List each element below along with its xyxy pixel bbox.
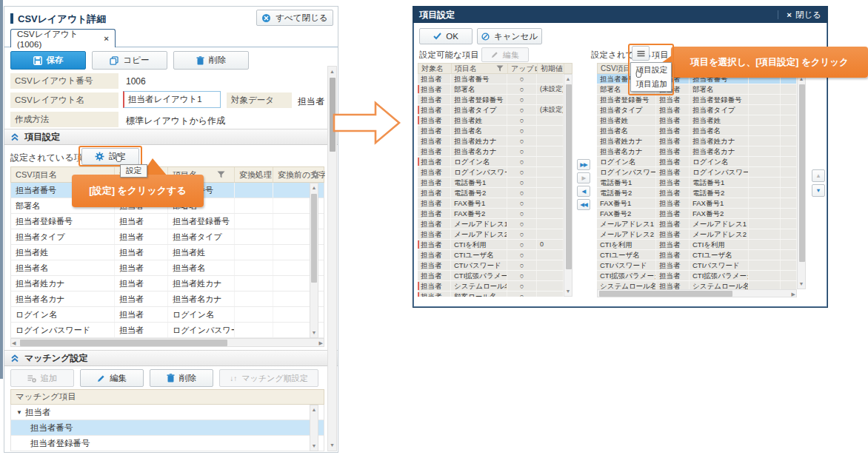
list-item[interactable]: 電話番号1担当者電話番号1 <box>597 178 797 188</box>
item-settings-section-header[interactable]: 項目設定 <box>4 129 338 145</box>
list-item[interactable]: 担当者CTIを利用○0 <box>418 240 564 250</box>
tab-close-icon[interactable]: × <box>104 34 109 43</box>
scroll-down-icon[interactable]: ▼ <box>564 287 572 296</box>
matching-item-row[interactable]: 担当者番号 <box>11 420 324 436</box>
scrollbar-thumb[interactable] <box>599 291 732 297</box>
list-item[interactable]: 担当者担当者姓カナ○ <box>418 136 564 146</box>
list-item[interactable]: ログイン名担当者ログイン名 <box>597 157 797 167</box>
dialog-close-button[interactable]: × 閉じる <box>778 7 821 23</box>
list-item[interactable]: システムロール名担当者システムロール名 <box>597 281 797 289</box>
add-button[interactable]: 追加 <box>10 369 74 387</box>
list-item[interactable]: 担当者CTIパスワード○ <box>418 260 564 271</box>
configured-list-scrollbar[interactable]: ▲ ▼ <box>797 74 806 289</box>
dialog-edit-button[interactable]: 編集 <box>481 47 529 62</box>
list-item[interactable]: メールアドレス1担当者メールアドレス1 <box>597 219 797 229</box>
table-row[interactable]: ログインパスワード担当者ログインパスワード <box>11 323 324 338</box>
list-item[interactable]: 電話番号2担当者電話番号2 <box>597 188 797 198</box>
scroll-up-icon[interactable]: ▲ <box>328 67 336 76</box>
list-item[interactable]: 担当者タイプ担当者担当者タイプ <box>597 105 797 115</box>
move-all-right-button[interactable]: ▶▶ <box>577 159 590 170</box>
move-all-left-button[interactable]: ◀◀ <box>577 199 590 210</box>
scrollbar-thumb[interactable] <box>799 84 805 262</box>
list-item[interactable]: 担当者姓カナ担当者担当者姓カナ <box>597 136 797 146</box>
delete-button[interactable]: 削除 <box>173 51 249 70</box>
table-row[interactable]: 担当者タイプ担当者担当者タイプ <box>11 229 324 245</box>
list-item[interactable]: CTIパスワード担当者CTIパスワード <box>597 260 797 271</box>
list-item[interactable]: 担当者CTIユーザ名○ <box>418 250 564 260</box>
csv-table-horizontal-scrollbar[interactable]: ◀ ▶ <box>10 338 324 347</box>
reorder-up-button[interactable]: ▲ <box>812 169 825 182</box>
save-button[interactable]: 保存 <box>10 51 86 70</box>
list-item[interactable]: 担当者顧客ロール名○ <box>418 291 564 297</box>
list-item[interactable]: 担当者メールアドレス2○ <box>418 229 564 240</box>
list-item[interactable]: メールアドレス2担当者メールアドレス2 <box>597 229 797 240</box>
move-left-button[interactable]: ◀ <box>577 186 590 197</box>
column-header-initial-value[interactable]: 初期値 <box>538 64 564 73</box>
list-item[interactable]: 担当者CTI拡張パラメータ○ <box>418 271 564 281</box>
table-row[interactable]: 担当者名カナ担当者担当者名カナ <box>11 291 324 307</box>
scrollbar-thumb[interactable] <box>20 340 227 346</box>
list-item[interactable]: 担当者電話番号1○ <box>418 178 564 188</box>
scrollbar-thumb[interactable] <box>566 84 572 269</box>
list-item[interactable]: CTIユーザ名担当者CTIユーザ名 <box>597 250 797 260</box>
matching-group-row[interactable]: ▼担当者 <box>11 405 324 420</box>
list-item[interactable]: 担当者担当者名○ <box>418 126 564 136</box>
list-item[interactable]: FAX番号2担当者FAX番号2 <box>597 209 797 219</box>
delete-matching-button[interactable]: 削除 <box>150 369 213 387</box>
filter-icon[interactable] <box>496 65 504 72</box>
list-item[interactable]: 担当者担当者タイプ○(未設定) <box>418 105 564 115</box>
list-item[interactable]: 担当者ログイン名○ <box>418 157 564 167</box>
filter-icon[interactable] <box>217 171 225 178</box>
list-item[interactable]: 部署名担当者部署名 <box>597 84 797 95</box>
table-settings-gear-icon[interactable] <box>311 170 320 179</box>
list-item[interactable]: FAX番号1担当者FAX番号1 <box>597 198 797 209</box>
table-row[interactable]: 担当者登録番号担当者担当者登録番号 <box>11 214 324 229</box>
edit-button[interactable]: 編集 <box>80 369 144 387</box>
list-item[interactable]: CTI拡張パラメータ担当者CTI拡張パラメータ <box>597 271 797 281</box>
layout-name-input[interactable]: 担当者レイアウト1 <box>123 91 221 108</box>
list-item[interactable]: ログインパスワード担当者ログインパスワード <box>597 167 797 178</box>
list-item[interactable]: 担当者システムロール名○ <box>418 281 564 291</box>
list-item[interactable]: 担当者担当者名カナ○ <box>418 146 564 157</box>
scroll-down-icon[interactable]: ▼ <box>798 280 805 289</box>
matching-section-header[interactable]: マッチング設定 <box>4 350 338 366</box>
list-item[interactable]: 担当者電話番号2○ <box>418 188 564 198</box>
tab-csv-layout[interactable]: CSVレイアウト(1006) × <box>10 29 116 47</box>
scroll-up-icon[interactable]: ▲ <box>564 75 572 84</box>
scroll-left-icon[interactable]: ◀ <box>12 339 16 347</box>
available-list-scrollbar[interactable]: ▲ ▼ <box>564 74 572 297</box>
table-row[interactable]: ログイン名担当者ログイン名 <box>11 307 324 323</box>
scroll-up-icon[interactable]: ▲ <box>310 183 318 192</box>
list-item[interactable]: 担当者登録番号担当者担当者登録番号 <box>597 95 797 105</box>
scroll-down-icon[interactable]: ▼ <box>310 442 318 451</box>
list-item[interactable]: 担当者部署名○(未設定) <box>418 84 564 95</box>
reorder-down-button[interactable]: ▼ <box>812 184 825 197</box>
list-item[interactable]: 担当者名担当者担当者名 <box>597 126 797 136</box>
list-item[interactable]: 担当者FAX番号2○ <box>418 209 564 219</box>
column-header-conversion[interactable]: 変換処理 <box>235 167 273 182</box>
scroll-right-icon[interactable]: ▶ <box>792 290 795 298</box>
csv-table-vertical-scrollbar[interactable]: ▲ ▼ <box>310 183 318 338</box>
move-right-button[interactable]: ▶ <box>577 172 590 183</box>
list-item[interactable]: 担当者メールアドレス1○ <box>418 219 564 229</box>
scroll-down-icon[interactable]: ▼ <box>328 441 336 450</box>
scroll-down-icon[interactable]: ▼ <box>310 328 318 337</box>
list-item[interactable]: 担当者姓担当者担当者姓 <box>597 115 797 126</box>
table-row[interactable]: 担当者姓担当者担当者姓 <box>11 245 324 260</box>
scroll-up-icon[interactable]: ▲ <box>310 405 318 414</box>
matching-order-button[interactable]: ↓↑ マッチング順設定 <box>219 369 318 387</box>
list-item[interactable]: 担当者担当者番号○ <box>418 74 564 84</box>
table-row[interactable]: 担当者姓カナ担当者担当者姓カナ <box>11 276 324 291</box>
ok-button[interactable]: OK <box>419 28 473 44</box>
cancel-button[interactable]: キャンセル <box>477 28 542 44</box>
column-header-upload[interactable]: アップロード <box>508 64 538 73</box>
list-item[interactable]: 担当者担当者姓○ <box>418 115 564 126</box>
list-item[interactable]: 担当者担当者登録番号○ <box>418 95 564 105</box>
table-row[interactable]: 担当者名担当者担当者名 <box>11 260 324 276</box>
list-item[interactable]: 担当者FAX番号1○ <box>418 198 564 209</box>
scrollbar-thumb[interactable] <box>311 194 317 283</box>
list-item[interactable]: 担当者ログインパスワード○ <box>418 167 564 178</box>
list-item[interactable]: CTIを利用担当者CTIを利用 <box>597 240 797 250</box>
scroll-right-icon[interactable]: ▶ <box>319 339 323 347</box>
configured-menu-button[interactable] <box>632 46 650 61</box>
